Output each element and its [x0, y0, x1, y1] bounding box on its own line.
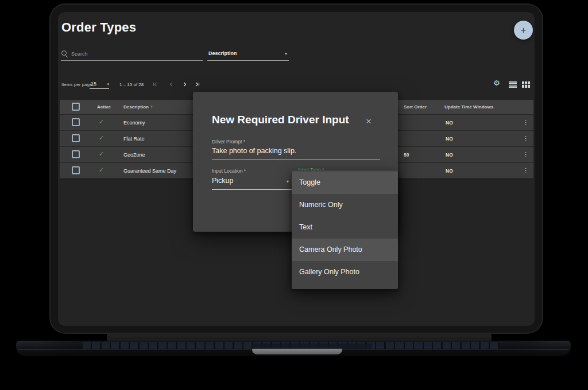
row-menu-button[interactable]: ⋮ [523, 151, 529, 158]
active-check-icon: ✓ [99, 118, 104, 126]
cell-update-time-windows: NO [446, 136, 453, 142]
trackpad [252, 344, 372, 349]
chevron-down-icon: ▾ [107, 82, 109, 86]
select-all-checkbox[interactable] [72, 103, 80, 111]
input-location-label: Input Location * [212, 168, 246, 174]
list-view-button[interactable] [509, 81, 517, 88]
cell-description: Economy [123, 120, 145, 126]
menu-item-gallery-only-photo[interactable]: Gallery Only Photo [292, 261, 398, 283]
dialog-title: New Required Driver Input [212, 114, 349, 126]
plus-icon: + [521, 25, 527, 35]
page-title: Order Types [61, 20, 136, 35]
close-icon[interactable]: × [366, 116, 372, 126]
settings-button[interactable]: ⚙ [493, 79, 500, 87]
row-menu-button[interactable]: ⋮ [523, 119, 529, 126]
last-page-button[interactable] [192, 79, 203, 89]
driver-prompt-input[interactable]: Take photo of packing slip. [212, 147, 296, 155]
next-page-button[interactable] [180, 79, 190, 89]
search-input[interactable]: Search [61, 48, 203, 61]
items-per-page-value: 15 [91, 81, 96, 87]
pagination-bar: Items per page: 15 ▾ 1 – 15 of 28 ⚙ [58, 75, 535, 93]
row-menu-button[interactable]: ⋮ [523, 167, 529, 174]
add-button[interactable]: + [514, 21, 533, 40]
row-menu-button[interactable]: ⋮ [523, 135, 529, 142]
menu-item-text[interactable]: Text [292, 216, 398, 239]
active-check-icon: ✓ [99, 166, 104, 174]
cell-description: GeoZone [123, 152, 145, 158]
cell-update-time-windows: NO [446, 168, 453, 174]
driver-prompt-underline [212, 159, 380, 159]
app-screen: Order Types + Search Description ▾ Items… [58, 12, 535, 326]
chevron-down-icon: ▾ [285, 52, 287, 56]
driver-prompt-label: Driver Prompt * [212, 139, 245, 145]
last-page-icon [194, 81, 201, 88]
menu-item-numeric-only[interactable]: Numeric Only [292, 194, 398, 216]
pagination-range: 1 – 15 of 28 [119, 82, 144, 87]
filter-field-select[interactable]: Description ▾ [207, 48, 289, 61]
search-placeholder: Search [71, 51, 88, 57]
header-update-time-windows: Update Time Windows [444, 104, 493, 110]
previous-page-button[interactable] [166, 79, 176, 89]
cell-description: Flat Rate [123, 136, 145, 142]
cell-update-time-windows: NO [446, 120, 453, 126]
laptop-screen: Order Types + Search Description ▾ Items… [51, 5, 542, 333]
search-icon [61, 50, 67, 56]
header-description[interactable]: Description↑ [123, 104, 153, 110]
row-checkbox[interactable] [72, 134, 80, 142]
first-page-icon [152, 81, 158, 88]
gear-icon: ⚙ [493, 79, 500, 87]
active-check-icon: ✓ [99, 150, 104, 158]
row-checkbox[interactable] [72, 166, 80, 174]
grid-view-button[interactable] [522, 81, 530, 88]
row-checkbox[interactable] [72, 118, 80, 126]
cell-description: Guaranteed Same Day [123, 168, 176, 174]
header-active: Active [97, 104, 111, 110]
first-page-button[interactable] [150, 79, 160, 89]
input-type-menu: Toggle Numeric Only Text Camera Only Pho… [292, 170, 398, 289]
chevron-left-icon [168, 81, 175, 88]
chevron-down-icon[interactable]: ▾ [287, 179, 289, 184]
items-per-page-select[interactable]: 15 ▾ [90, 79, 109, 89]
header-sort-order: Sort Order [404, 104, 427, 110]
laptop-base [16, 341, 571, 356]
row-checkbox[interactable] [72, 150, 80, 158]
input-location-underline [212, 189, 292, 190]
chevron-right-icon [181, 81, 188, 88]
trackpad-notch [252, 349, 342, 354]
items-per-page-label: Items per page: [61, 82, 94, 87]
input-location-select[interactable]: Pickup [212, 177, 234, 185]
menu-item-camera-only-photo[interactable]: Camera Only Photo [292, 239, 398, 261]
cell-update-time-windows: NO [446, 152, 453, 158]
menu-item-toggle[interactable]: Toggle [292, 171, 398, 194]
sort-asc-icon: ↑ [150, 104, 153, 110]
cell-sort-order: 50 [404, 152, 409, 158]
filter-field-value: Description [208, 50, 237, 56]
active-check-icon: ✓ [99, 134, 104, 142]
